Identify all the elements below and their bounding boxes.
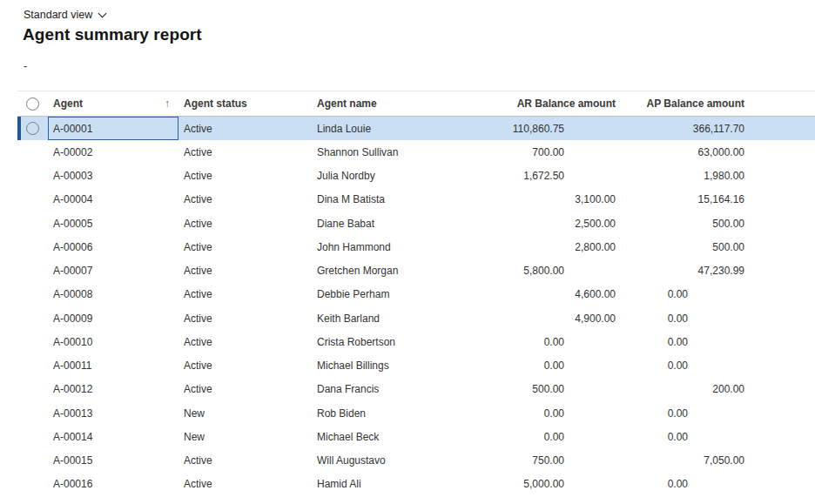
cell-agent-name[interactable]: Gretchen Morgan bbox=[312, 259, 488, 283]
cell-agent[interactable]: A-00014 bbox=[48, 425, 178, 448]
table-row[interactable]: A-00007ActiveGretchen Morgan5,800.0047,2… bbox=[17, 259, 815, 283]
row-selector-cell[interactable] bbox=[17, 378, 48, 401]
cell-ar-balance[interactable]: 700.00 bbox=[488, 140, 623, 164]
cell-ar-balance[interactable]: 4,600.00 bbox=[488, 283, 623, 306]
cell-agent-name[interactable]: Debbie Perham bbox=[312, 283, 488, 306]
row-selector-cell[interactable] bbox=[17, 449, 48, 473]
cell-ap-balance[interactable]: 0.00 bbox=[623, 473, 751, 496]
cell-ap-balance[interactable]: 63,000.00 bbox=[623, 140, 751, 164]
cell-ar-balance[interactable]: 3,100.00 bbox=[488, 188, 623, 212]
cell-ap-balance[interactable]: 47,230.99 bbox=[623, 259, 751, 283]
cell-agent-name[interactable]: Diane Babat bbox=[312, 212, 488, 235]
row-selector-cell[interactable] bbox=[17, 401, 48, 425]
cell-ar-balance[interactable]: 2,500.00 bbox=[488, 212, 623, 235]
cell-ap-balance[interactable]: 0.00 bbox=[623, 330, 751, 353]
cell-agent-name[interactable]: Dina M Batista bbox=[312, 188, 488, 212]
row-selector-cell[interactable] bbox=[17, 259, 48, 283]
row-selector-cell[interactable] bbox=[17, 354, 48, 378]
cell-agent-status[interactable]: Active bbox=[178, 165, 312, 188]
row-selector-cell[interactable] bbox=[17, 306, 48, 330]
cell-agent-status[interactable]: Active bbox=[178, 283, 312, 306]
cell-ap-balance[interactable]: 500.00 bbox=[623, 235, 751, 259]
row-selector-cell[interactable] bbox=[17, 425, 48, 448]
cell-agent[interactable]: A-00003 bbox=[48, 165, 178, 188]
cell-ar-balance[interactable]: 110,860.75 bbox=[488, 117, 623, 140]
table-row[interactable]: A-00003ActiveJulia Nordby1,672.501,980.0… bbox=[17, 165, 815, 188]
cell-agent[interactable]: A-00008 bbox=[48, 283, 178, 306]
collapsed-section-toggle[interactable]: - bbox=[24, 59, 27, 72]
row-selector-cell[interactable] bbox=[17, 165, 48, 188]
cell-ap-balance[interactable]: 1,980.00 bbox=[623, 165, 751, 188]
cell-ap-balance[interactable]: 0.00 bbox=[623, 401, 751, 425]
cell-ap-balance[interactable]: 200.00 bbox=[623, 378, 751, 401]
column-header-ap-balance[interactable]: AP Balance amount bbox=[623, 91, 751, 116]
cell-agent[interactable]: A-00010 bbox=[48, 330, 178, 353]
cell-agent-name[interactable]: Linda Louie bbox=[312, 117, 488, 140]
cell-ap-balance[interactable]: 0.00 bbox=[623, 354, 751, 378]
cell-ar-balance[interactable]: 500.00 bbox=[488, 378, 623, 401]
cell-agent[interactable]: A-00006 bbox=[48, 235, 178, 259]
row-selector-cell[interactable] bbox=[17, 235, 48, 259]
cell-agent[interactable]: A-00009 bbox=[48, 306, 178, 330]
row-selector-cell[interactable] bbox=[17, 140, 48, 164]
cell-ar-balance[interactable]: 750.00 bbox=[488, 449, 623, 473]
cell-agent-name[interactable]: Rob Biden bbox=[312, 401, 488, 425]
cell-ap-balance[interactable]: 366,117.70 bbox=[623, 117, 751, 140]
table-row[interactable]: A-00008ActiveDebbie Perham4,600.000.00 bbox=[17, 283, 815, 306]
column-header-ar-balance[interactable]: AR Balance amount bbox=[488, 91, 623, 116]
cell-agent-status[interactable]: Active bbox=[178, 378, 312, 401]
cell-ar-balance[interactable]: 2,800.00 bbox=[488, 235, 623, 259]
cell-ar-balance[interactable]: 0.00 bbox=[488, 354, 623, 378]
table-row[interactable]: A-00004ActiveDina M Batista3,100.0015,16… bbox=[17, 188, 815, 212]
row-radio[interactable] bbox=[26, 122, 39, 135]
cell-agent-status[interactable]: New bbox=[178, 425, 312, 448]
cell-agent[interactable]: A-00013 bbox=[48, 401, 178, 425]
row-selector-cell[interactable] bbox=[17, 330, 48, 353]
cell-agent-status[interactable]: Active bbox=[178, 306, 312, 330]
table-row[interactable]: A-00015ActiveWill Augustavo750.007,050.0… bbox=[17, 449, 815, 473]
cell-ap-balance[interactable]: 15,164.16 bbox=[623, 188, 751, 212]
cell-agent-name[interactable]: Julia Nordby bbox=[312, 165, 488, 188]
table-row[interactable]: A-00010ActiveCrista Robertson0.000.00 bbox=[17, 330, 815, 353]
cell-agent[interactable]: A-00002 bbox=[48, 140, 178, 164]
cell-ar-balance[interactable]: 0.00 bbox=[488, 401, 623, 425]
cell-agent-status[interactable]: Active bbox=[178, 140, 312, 164]
cell-ap-balance[interactable]: 0.00 bbox=[623, 425, 751, 448]
table-row[interactable]: A-00013NewRob Biden0.000.00 bbox=[17, 401, 815, 425]
cell-agent-name[interactable]: Will Augustavo bbox=[312, 449, 488, 473]
table-row[interactable]: A-00014NewMichael Beck0.000.00 bbox=[17, 425, 815, 448]
cell-agent-name[interactable]: Michael Beck bbox=[312, 425, 488, 448]
cell-agent[interactable]: A-00011 bbox=[48, 354, 178, 378]
cell-agent-name[interactable]: Michael Billings bbox=[312, 354, 488, 378]
cell-agent[interactable]: A-00005 bbox=[48, 212, 178, 235]
table-row[interactable]: A-00011ActiveMichael Billings0.000.00 bbox=[17, 354, 815, 378]
select-all-column[interactable] bbox=[17, 91, 48, 116]
column-header-agent[interactable]: Agent ↑ bbox=[48, 91, 178, 116]
cell-agent-status[interactable]: Active bbox=[178, 354, 312, 378]
cell-agent[interactable]: A-00015 bbox=[48, 449, 178, 473]
column-header-agent-status[interactable]: Agent status bbox=[178, 91, 312, 116]
cell-ar-balance[interactable]: 0.00 bbox=[488, 330, 623, 353]
cell-agent-name[interactable]: Keith Barland bbox=[312, 306, 488, 330]
row-selector-cell[interactable] bbox=[17, 117, 48, 140]
cell-agent-status[interactable]: Active bbox=[178, 212, 312, 235]
cell-agent-name[interactable]: Crista Robertson bbox=[312, 330, 488, 353]
row-selector-cell[interactable] bbox=[17, 473, 48, 496]
cell-agent-status[interactable]: Active bbox=[178, 473, 312, 496]
cell-agent[interactable]: A-00012 bbox=[48, 378, 178, 401]
cell-agent[interactable]: A-00001 bbox=[48, 117, 178, 140]
table-row[interactable]: A-00005ActiveDiane Babat2,500.00500.00 bbox=[17, 212, 815, 235]
cell-agent[interactable]: A-00007 bbox=[48, 259, 178, 283]
cell-agent-name[interactable]: Dana Francis bbox=[312, 378, 488, 401]
cell-ar-balance[interactable]: 5,000.00 bbox=[488, 473, 623, 496]
cell-ap-balance[interactable]: 7,050.00 bbox=[623, 449, 751, 473]
cell-ap-balance[interactable]: 500.00 bbox=[623, 212, 751, 235]
row-selector-cell[interactable] bbox=[17, 188, 48, 212]
cell-agent-status[interactable]: New bbox=[178, 401, 312, 425]
cell-agent[interactable]: A-00004 bbox=[48, 188, 178, 212]
cell-agent-status[interactable]: Active bbox=[178, 259, 312, 283]
cell-ap-balance[interactable]: 0.00 bbox=[623, 283, 751, 306]
cell-ar-balance[interactable]: 1,672.50 bbox=[488, 165, 623, 188]
cell-agent-status[interactable]: Active bbox=[178, 235, 312, 259]
cell-ar-balance[interactable]: 4,900.00 bbox=[488, 306, 623, 330]
